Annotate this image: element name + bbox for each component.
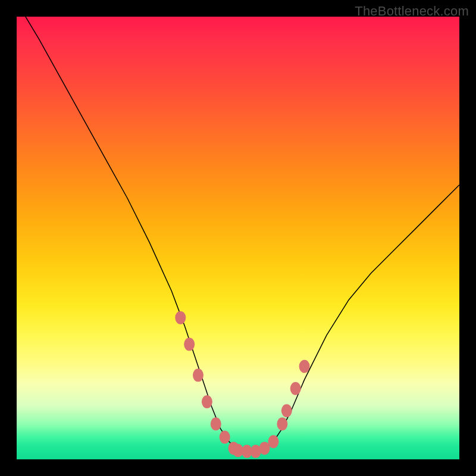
chart-svg <box>17 17 459 459</box>
highlight-marker <box>290 382 301 395</box>
highlight-marker <box>299 360 310 373</box>
highlight-marker <box>220 431 230 444</box>
bottleneck-curve <box>26 17 459 453</box>
watermark-text: TheBottleneck.com <box>355 4 469 19</box>
highlight-marker <box>193 369 203 382</box>
highlight-marker <box>202 395 212 408</box>
highlight-marker <box>211 418 221 431</box>
highlight-markers <box>175 311 309 458</box>
highlight-marker <box>268 435 279 448</box>
highlight-marker <box>259 441 270 455</box>
highlight-marker <box>184 338 195 351</box>
highlight-marker <box>277 418 287 431</box>
chart-plot-area <box>17 17 459 459</box>
highlight-marker <box>175 311 186 324</box>
highlight-marker <box>281 404 292 417</box>
